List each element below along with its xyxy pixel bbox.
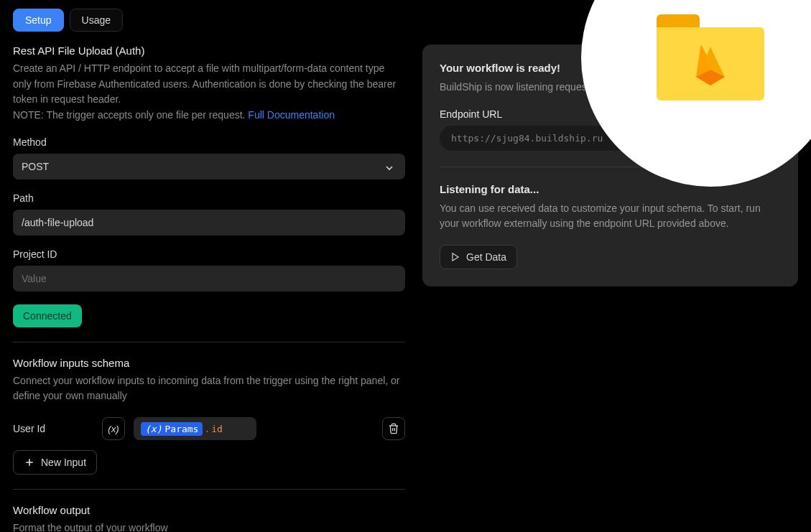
connected-badge: Connected <box>13 304 82 327</box>
delete-input-button[interactable] <box>382 417 405 440</box>
param-property: id <box>211 424 223 434</box>
tab-setup[interactable]: Setup <box>13 9 64 32</box>
get-data-button[interactable]: Get Data <box>440 245 517 269</box>
output-desc: Format the output of your workflow <box>13 521 405 532</box>
path-input[interactable] <box>13 210 405 235</box>
user-id-label: User Id <box>13 423 93 434</box>
firebase-flame-icon <box>692 41 728 88</box>
folder-icon <box>657 14 764 101</box>
variable-button[interactable]: (x) <box>102 417 125 440</box>
divider <box>13 342 405 342</box>
tab-usage[interactable]: Usage <box>70 9 123 32</box>
user-id-expression[interactable]: (x)Params . id <box>134 417 256 440</box>
page-description: Create an API / HTTP endpoint to accept … <box>13 61 405 123</box>
svg-marker-2 <box>453 253 458 261</box>
method-select[interactable]: POST <box>13 154 405 179</box>
inputs-schema-desc: Connect your workflow inputs to incoming… <box>13 373 405 404</box>
method-label: Method <box>13 136 405 148</box>
project-id-label: Project ID <box>13 248 405 260</box>
play-icon <box>450 252 460 262</box>
full-documentation-link[interactable]: Full Documentation <box>248 109 335 121</box>
project-id-input[interactable] <box>13 266 405 291</box>
output-title: Workflow output <box>13 504 405 516</box>
variable-icon: (x) <box>108 424 119 434</box>
page-title: Rest API File Upload (Auth) <box>13 45 405 57</box>
params-chip: (x)Params <box>141 422 203 436</box>
plus-icon <box>24 457 35 468</box>
trash-icon <box>388 423 399 434</box>
path-label: Path <box>13 192 405 204</box>
new-input-button[interactable]: New Input <box>13 450 97 475</box>
listening-desc: You can use received data to customize y… <box>440 201 781 232</box>
divider <box>13 489 405 490</box>
inputs-schema-title: Workflow inputs schema <box>13 357 405 369</box>
